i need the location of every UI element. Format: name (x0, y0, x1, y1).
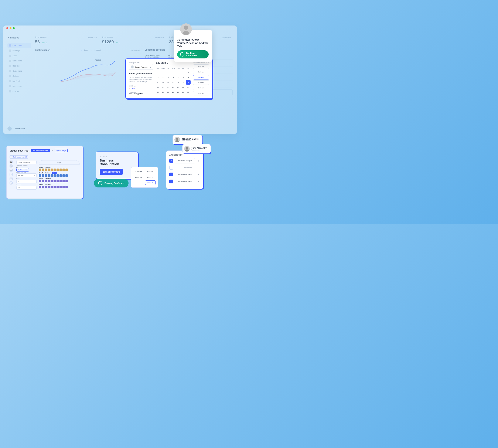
seat[interactable] (65, 186, 68, 188)
sidebar-item-staffs[interactable]: Staffs (7, 53, 31, 58)
add-icon[interactable]: + (197, 180, 200, 183)
day-cell[interactable]: 23 (186, 85, 191, 89)
sidebar-item-seat-plans[interactable]: Seat Plans (7, 58, 31, 63)
chart-period[interactable]: Current week ⌄ (130, 49, 141, 51)
day-cell[interactable]: 2 (186, 70, 191, 75)
day-cell[interactable]: 11 (161, 80, 166, 85)
maximize-dot[interactable] (13, 27, 15, 29)
member-chip[interactable]: Tony McCarthyTeam member (182, 144, 211, 153)
day-cell[interactable]: 8 (181, 75, 186, 80)
seat[interactable] (60, 180, 62, 182)
seat[interactable] (65, 174, 68, 176)
seat[interactable] (39, 174, 41, 176)
time-option[interactable]: 7:00 PM (145, 175, 156, 179)
seat[interactable] (47, 174, 50, 176)
use-template-button[interactable]: Use pre-made template (31, 149, 50, 152)
seat[interactable] (54, 186, 56, 188)
book-appointment-button[interactable]: Book appointment (100, 169, 123, 175)
seat[interactable] (54, 174, 56, 176)
seat[interactable] (42, 169, 44, 171)
seat[interactable] (45, 186, 47, 188)
line-icon[interactable]: — (10, 169, 13, 172)
member-chip[interactable]: Jonathan MajorsTeam member (172, 135, 202, 144)
day-cell[interactable]: 27 (171, 90, 175, 94)
seat[interactable] (62, 174, 65, 176)
sidebar-item-my-profile[interactable]: My Profile (7, 79, 31, 83)
day-cell[interactable]: 1 (181, 70, 186, 75)
day-cell[interactable]: 5 (166, 75, 171, 80)
period-select[interactable]: Current week ⌄ (155, 37, 166, 39)
time-range[interactable]: 11:30am - 4:00pm (175, 179, 195, 184)
sidebar-item-meetings[interactable]: Meetings (7, 48, 31, 53)
sidebar-item-customers[interactable]: Customers (7, 69, 31, 73)
seat[interactable] (54, 180, 56, 182)
seat[interactable] (42, 180, 44, 182)
time-range[interactable]: 11:30am - 4:00pm (175, 158, 195, 163)
sidebar-item-shortcodes[interactable]: Shortcodes (7, 84, 31, 89)
time-slot[interactable]: 9:00 am (193, 91, 209, 96)
time-option[interactable]: 8:30 PM (145, 180, 156, 185)
checkbox[interactable]: ✓ (169, 173, 173, 176)
day-cell[interactable]: 30 (186, 90, 191, 94)
day-cell[interactable]: 12 (166, 80, 171, 85)
sidebar-item-bookings[interactable]: Bookings (7, 64, 31, 68)
checkbox[interactable]: ✓ (169, 159, 173, 163)
time-option[interactable]: 10:30 AM (133, 175, 144, 179)
day-cell[interactable]: 22 (181, 85, 186, 89)
seat[interactable] (45, 180, 47, 182)
day-cell[interactable]: 26 (166, 90, 171, 94)
seat[interactable] (51, 169, 53, 171)
time-range[interactable]: 11:30am - 4:00pm (175, 172, 195, 177)
time-slot[interactable]: 9:45 am (193, 70, 209, 74)
upload-image-button[interactable]: Upload image (55, 149, 68, 152)
day-cell[interactable]: 3 (156, 75, 160, 80)
day-cell[interactable]: 28 (176, 90, 181, 94)
seat[interactable] (47, 180, 50, 182)
seat[interactable] (65, 180, 68, 182)
seat[interactable] (47, 186, 50, 188)
seat[interactable] (45, 174, 47, 176)
time-option[interactable]: 9:00 AM (133, 170, 144, 174)
day-cell[interactable]: 4 (161, 75, 166, 80)
seat[interactable] (39, 180, 41, 182)
host-select[interactable]: Jordan Peterson ⌄ (129, 64, 153, 70)
seat[interactable] (51, 186, 53, 188)
time-slot[interactable]: 9:00 am (193, 86, 209, 90)
seat[interactable] (57, 186, 59, 188)
seat[interactable] (39, 169, 41, 171)
seat[interactable] (39, 186, 41, 188)
seat[interactable] (42, 174, 44, 176)
square-icon[interactable]: ▢ (10, 164, 13, 167)
seat[interactable] (57, 174, 59, 176)
seat[interactable] (57, 180, 59, 182)
seat[interactable] (62, 180, 65, 182)
shape-icon[interactable]: ◇ (10, 181, 13, 184)
checkbox[interactable]: ✓ (169, 180, 173, 183)
checkbox[interactable] (169, 166, 173, 170)
minimize-dot[interactable] (10, 27, 12, 29)
seat[interactable] (62, 169, 65, 171)
day-cell[interactable]: 14 (176, 80, 181, 85)
headset-icon[interactable]: 🎧 (10, 160, 13, 163)
day-cell[interactable]: 10 (156, 80, 160, 85)
user-profile[interactable]: Adrian Nassek (7, 127, 25, 131)
day-cell[interactable]: 21 (176, 85, 181, 89)
seat[interactable] (42, 186, 44, 188)
seat[interactable] (51, 180, 53, 182)
day-cell[interactable]: 25 (161, 90, 166, 94)
day-cell[interactable]: 13 (171, 80, 175, 85)
circle-icon[interactable]: ○ (10, 173, 13, 176)
time-slot[interactable]: 10:30 am (193, 75, 209, 80)
day-cell[interactable]: 15 (181, 80, 186, 85)
day-cell[interactable]: 9 (186, 75, 191, 80)
day-cell[interactable]: 20 (171, 85, 175, 89)
seat[interactable] (60, 186, 62, 188)
sidebar-item-dashboard[interactable]: Dashboard (7, 43, 31, 48)
ticket-type-select[interactable]: Standard⌄ (16, 174, 37, 177)
add-icon[interactable]: + (197, 159, 200, 162)
seat[interactable] (60, 169, 62, 171)
text-icon[interactable]: T (10, 177, 13, 180)
close-dot[interactable] (6, 27, 8, 29)
seat[interactable] (65, 169, 68, 171)
sidebar-item-license[interactable]: License (7, 89, 31, 94)
